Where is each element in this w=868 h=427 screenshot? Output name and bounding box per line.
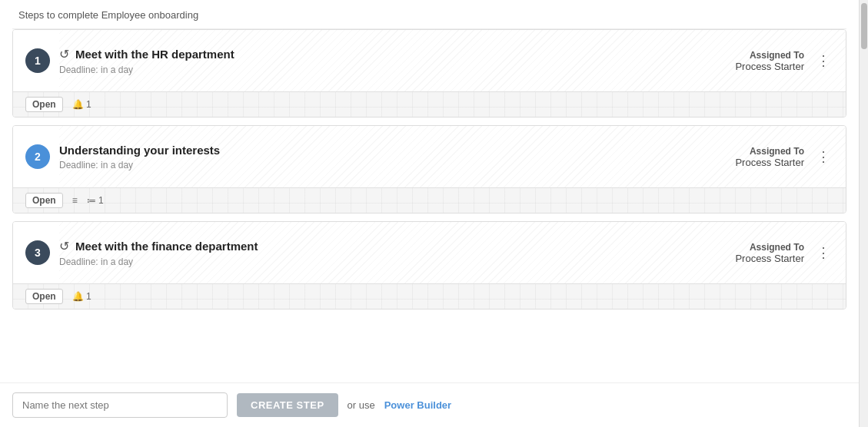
step-assigned-value-3: Process Starter	[735, 253, 804, 264]
step-recycle-icon-3: ↺	[59, 239, 69, 253]
step-assigned-2: Assigned ToProcess Starter	[735, 146, 804, 168]
step-footer-icon1-2[interactable]: ≡	[72, 195, 78, 206]
step-card-3: 3↺Meet with the finance departmentDeadli…	[12, 221, 846, 309]
step-assigned-label-3: Assigned To	[735, 242, 804, 253]
step-footer-icon2-2[interactable]: ≔ 1	[87, 195, 104, 206]
step-deadline-3: Deadline: in a day	[59, 257, 735, 267]
step-footer-icon1-3[interactable]: 🔔 1	[72, 291, 91, 302]
step-recycle-icon-1: ↺	[59, 47, 69, 61]
step-assigned-label-1: Assigned To	[735, 50, 804, 61]
step-title-1: Meet with the HR department	[75, 48, 234, 61]
step-menu-button-2[interactable]: ⋮	[813, 147, 833, 167]
step-title-row-2: Understanding your interests	[59, 144, 735, 157]
step-number-badge-2: 2	[25, 144, 50, 169]
step-footer-3: Open🔔 1	[13, 283, 846, 309]
step-deadline-1: Deadline: in a day	[59, 65, 735, 75]
step-card-2: 2Understanding your interestsDeadline: i…	[12, 125, 846, 214]
main-content: Steps to complete Employee onboarding 1↺…	[0, 0, 859, 309]
step-assigned-1: Assigned ToProcess Starter	[735, 50, 804, 72]
step-number-badge-1: 1	[25, 48, 50, 73]
step-assigned-value-2: Process Starter	[735, 157, 804, 168]
step-menu-button-1[interactable]: ⋮	[813, 51, 833, 71]
step-title-row-1: ↺Meet with the HR department	[59, 47, 735, 61]
page-container: Steps to complete Employee onboarding 1↺…	[0, 0, 868, 427]
step-main-1: 1↺Meet with the HR departmentDeadline: i…	[13, 30, 846, 91]
steps-container: 1↺Meet with the HR departmentDeadline: i…	[12, 29, 846, 309]
step-number-badge-3: 3	[25, 240, 50, 265]
or-text: or use	[348, 399, 375, 411]
step-footer-1: Open🔔 1	[13, 91, 846, 117]
step-deadline-2: Deadline: in a day	[59, 160, 735, 170]
power-builder-link[interactable]: Power Builder	[384, 399, 451, 411]
step-status-badge-2[interactable]: Open	[25, 193, 63, 208]
step-footer-icon1-1[interactable]: 🔔 1	[72, 99, 91, 110]
step-main-2: 2Understanding your interestsDeadline: i…	[13, 126, 846, 187]
step-assigned-label-2: Assigned To	[735, 146, 804, 157]
bottom-bar: CREATE STEP or use Power Builder	[0, 382, 859, 427]
step-title-row-3: ↺Meet with the finance department	[59, 239, 735, 253]
step-assigned-3: Assigned ToProcess Starter	[735, 242, 804, 264]
step-info-1: ↺Meet with the HR departmentDeadline: in…	[59, 47, 735, 75]
step-card-1: 1↺Meet with the HR departmentDeadline: i…	[12, 29, 846, 118]
step-title-2: Understanding your interests	[59, 144, 220, 157]
step-menu-button-3[interactable]: ⋮	[813, 243, 833, 263]
step-assigned-value-1: Process Starter	[735, 61, 804, 72]
step-footer-2: Open≡≔ 1	[13, 187, 846, 213]
create-step-button[interactable]: CREATE STEP	[237, 393, 338, 417]
scrollbar-thumb[interactable]	[861, 3, 867, 49]
step-info-2: Understanding your interestsDeadline: in…	[59, 144, 735, 170]
section-header: Steps to complete Employee onboarding	[12, 0, 846, 29]
step-status-badge-3[interactable]: Open	[25, 289, 63, 304]
step-title-3: Meet with the finance department	[75, 240, 258, 253]
name-next-step-input[interactable]	[12, 392, 228, 418]
scrollbar[interactable]	[859, 0, 868, 427]
section-header-text: Steps to complete Employee onboarding	[18, 9, 198, 21]
step-info-3: ↺Meet with the finance departmentDeadlin…	[59, 239, 735, 267]
step-status-badge-1[interactable]: Open	[25, 97, 63, 112]
step-main-3: 3↺Meet with the finance departmentDeadli…	[13, 222, 846, 283]
